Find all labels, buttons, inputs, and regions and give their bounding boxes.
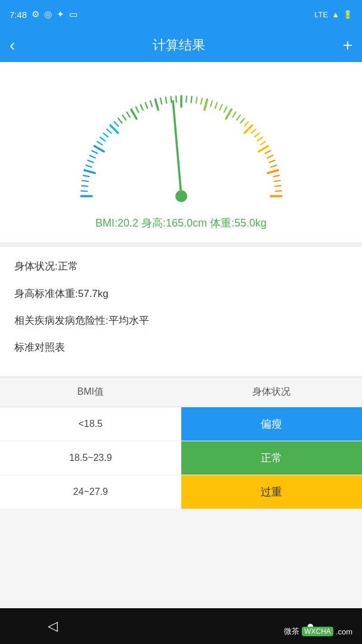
svg-line-52 bbox=[267, 156, 273, 158]
svg-line-14 bbox=[107, 129, 111, 134]
svg-line-26 bbox=[160, 98, 162, 104]
bmi-range-3: 24~27.9 bbox=[0, 475, 181, 509]
svg-line-6 bbox=[86, 165, 92, 167]
svg-line-9 bbox=[92, 151, 97, 154]
svg-line-47 bbox=[254, 133, 259, 137]
standard-weight: 身高标准体重:57.7kg bbox=[14, 286, 348, 302]
reference-table: BMI值 身体状况 <18.5 偏瘦 18.5~23.9 正常 24~27.9 … bbox=[0, 377, 362, 509]
svg-line-10 bbox=[94, 146, 104, 151]
back-nav-button[interactable]: ◁ bbox=[48, 618, 58, 634]
status-lean: 偏瘦 bbox=[181, 407, 363, 441]
table-section-title: 标准对照表 bbox=[14, 340, 348, 354]
svg-line-49 bbox=[260, 142, 265, 145]
svg-line-24 bbox=[150, 101, 152, 107]
bmi-range-2: 18.5~23.9 bbox=[0, 441, 181, 475]
svg-line-5 bbox=[84, 171, 94, 174]
svg-line-32 bbox=[191, 97, 191, 103]
table-header-status: 身体状况 bbox=[181, 377, 363, 407]
table-row: 24~27.9 过重 bbox=[0, 475, 362, 509]
watermark-text: 微茶 bbox=[284, 626, 299, 637]
disease-risk: 相关疾病发病危险性:平均水平 bbox=[14, 313, 348, 329]
svg-line-34 bbox=[200, 98, 202, 104]
status-left: 7:48 ⚙ ◎ ✦ ▭ bbox=[10, 9, 78, 20]
add-button[interactable]: + bbox=[343, 37, 352, 54]
svg-line-23 bbox=[145, 103, 147, 108]
svg-line-53 bbox=[269, 160, 274, 163]
svg-line-48 bbox=[257, 137, 262, 141]
svg-line-55 bbox=[267, 171, 277, 174]
svg-line-31 bbox=[186, 96, 187, 102]
top-bar: ‹ 计算结果 + bbox=[0, 29, 362, 62]
svg-line-3 bbox=[82, 181, 88, 182]
gauge-ticks bbox=[56, 80, 307, 211]
status-normal: 正常 bbox=[181, 441, 363, 475]
svg-line-40 bbox=[226, 110, 231, 119]
svg-line-1 bbox=[81, 191, 87, 191]
svg-line-46 bbox=[251, 129, 255, 134]
body-status: 身体状况:正常 bbox=[14, 259, 348, 274]
svg-line-11 bbox=[97, 142, 102, 145]
table-row: <18.5 偏瘦 bbox=[0, 407, 362, 441]
svg-line-35 bbox=[204, 100, 207, 110]
svg-line-25 bbox=[155, 100, 158, 110]
svg-line-36 bbox=[210, 101, 212, 107]
svg-line-51 bbox=[265, 151, 270, 154]
svg-line-58 bbox=[275, 185, 281, 186]
svg-line-56 bbox=[273, 175, 279, 177]
svg-line-16 bbox=[114, 122, 118, 126]
svg-line-44 bbox=[244, 122, 248, 126]
svg-line-37 bbox=[215, 103, 217, 108]
svg-line-54 bbox=[271, 165, 277, 167]
svg-line-13 bbox=[103, 133, 108, 137]
svg-line-21 bbox=[135, 107, 138, 112]
svg-line-33 bbox=[196, 97, 197, 103]
lte-label: LTE bbox=[314, 10, 328, 19]
svg-line-7 bbox=[88, 160, 93, 163]
bottom-nav: ◁ ● 微茶 WXCHA .com bbox=[0, 608, 362, 644]
watermark-domain: .com bbox=[336, 627, 352, 636]
svg-line-27 bbox=[165, 97, 166, 103]
settings-icon: ⚙ bbox=[32, 9, 39, 20]
status-overweight: 过重 bbox=[181, 475, 363, 509]
table-header-bmi: BMI值 bbox=[0, 377, 181, 407]
svg-line-38 bbox=[219, 105, 222, 110]
svg-line-39 bbox=[224, 107, 227, 112]
svg-line-45 bbox=[245, 125, 252, 133]
bmi-range-1: <18.5 bbox=[0, 407, 181, 441]
info-section: 身体状况:正常 身高标准体重:57.7kg 相关疾病发病危险性:平均水平 标准对… bbox=[0, 247, 362, 376]
section-divider bbox=[0, 242, 362, 247]
battery-icon: ▭ bbox=[69, 9, 78, 20]
svg-line-17 bbox=[118, 118, 122, 123]
watermark: 微茶 WXCHA .com bbox=[284, 626, 352, 637]
signal-bars: ▲ bbox=[332, 10, 339, 19]
status-right: LTE ▲ 🔋 bbox=[314, 10, 352, 19]
table-header: BMI值 身体状况 bbox=[0, 377, 362, 407]
svg-line-19 bbox=[126, 112, 129, 117]
table-row: 18.5~23.9 正常 bbox=[0, 441, 362, 475]
svg-line-43 bbox=[240, 118, 244, 123]
svg-line-59 bbox=[275, 191, 281, 191]
svg-line-42 bbox=[236, 115, 240, 120]
svg-line-20 bbox=[131, 110, 137, 119]
back-button[interactable]: ‹ bbox=[10, 37, 15, 54]
svg-line-12 bbox=[100, 137, 105, 141]
gauge-container: // Generate ticks via JS after render bbox=[56, 80, 307, 211]
gauge-section: // Generate ticks via JS after render BM… bbox=[0, 62, 362, 242]
page-title: 计算结果 bbox=[153, 36, 205, 54]
svg-line-8 bbox=[89, 156, 95, 158]
svg-line-15 bbox=[110, 125, 118, 133]
battery-status: 🔋 bbox=[343, 10, 352, 19]
svg-line-18 bbox=[122, 115, 126, 120]
svg-line-28 bbox=[171, 97, 171, 103]
svg-line-57 bbox=[274, 181, 280, 182]
svg-line-50 bbox=[258, 146, 268, 151]
svg-line-2 bbox=[81, 185, 87, 186]
svg-line-22 bbox=[140, 105, 143, 110]
bmi-info: BMI:20.2 身高:165.0cm 体重:55.0kg bbox=[95, 216, 267, 230]
target-icon: ◎ bbox=[44, 9, 52, 20]
status-bar: 7:48 ⚙ ◎ ✦ ▭ LTE ▲ 🔋 bbox=[0, 0, 362, 29]
status-time: 7:48 bbox=[10, 10, 27, 20]
svg-line-4 bbox=[83, 175, 89, 177]
signal-icon: ✦ bbox=[57, 9, 64, 20]
watermark-badge: WXCHA bbox=[302, 627, 333, 636]
